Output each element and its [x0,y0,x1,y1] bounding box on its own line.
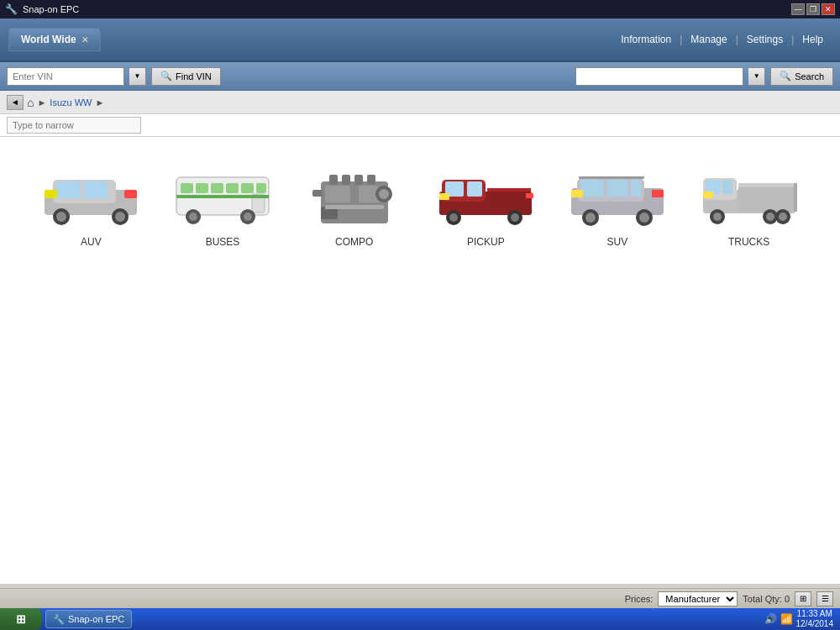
main-content: AUV [0,137,840,584]
vehicle-label-compo: COMPO [335,236,373,248]
back-button[interactable]: ◄ [7,95,24,110]
svg-rect-50 [580,180,604,197]
svg-rect-8 [45,190,57,198]
breadcrumb-isuzu-ww[interactable]: Isuzu WW [50,97,92,108]
window-controls: — ❐ ✕ [791,3,835,15]
windows-icon: ⊞ [16,612,26,626]
svg-point-43 [449,213,458,222]
tray-network-icon: 📶 [780,613,793,625]
clock-time: 11:33 AM [796,609,834,619]
app-icon: 🔧 [5,3,18,15]
app-title: Snap-on EPC [23,4,79,14]
vehicle-image-buses [168,162,277,229]
svg-point-33 [379,189,389,199]
vehicle-image-auv [36,162,145,229]
svg-rect-35 [312,190,323,197]
svg-rect-12 [181,183,193,193]
total-qty: Total Qty: 0 [743,594,790,604]
svg-rect-28 [342,175,350,185]
vehicle-item-auv[interactable]: AUV [32,162,150,248]
nav-information[interactable]: Information [612,34,680,45]
svg-rect-59 [579,176,644,179]
narrow-input[interactable] [7,117,141,134]
svg-rect-25 [325,186,350,202]
status-bar: Prices: Manufacturer Total Qty: 0 ⊞ ☰ [0,588,840,608]
svg-point-72 [779,213,787,221]
svg-rect-73 [703,192,713,198]
vehicle-image-suv [563,162,672,229]
search-dropdown[interactable]: ▼ [748,67,765,86]
view-icon-btn-2[interactable]: ☰ [816,591,833,606]
tab-area: World Wide ✕ [8,28,101,51]
nav-manage[interactable]: Manage [682,34,735,45]
svg-rect-3 [84,181,108,198]
vehicle-image-trucks [695,162,804,229]
vehicle-label-trucks: TRUCKS [728,236,769,248]
svg-point-68 [713,213,722,221]
svg-rect-41 [487,188,531,192]
svg-rect-66 [794,183,797,212]
toolbar: ▼ 🔍 Find VIN ▼ 🔍 Search [0,62,840,91]
nav-links: Information | Manage | Settings | Help [612,34,832,45]
taskbar-app-label: Snap-on EPC [68,614,124,624]
svg-rect-29 [354,175,363,185]
svg-rect-27 [329,175,338,185]
vehicle-label-pickup: PICKUP [467,236,505,248]
svg-point-70 [766,213,774,221]
svg-point-54 [585,213,596,223]
svg-rect-9 [124,190,137,198]
svg-rect-57 [571,190,583,197]
start-button[interactable]: ⊞ [0,608,42,630]
svg-rect-30 [367,175,375,185]
world-wide-tab[interactable]: World Wide ✕ [8,28,101,51]
nav-settings[interactable]: Settings [738,34,791,45]
vehicle-image-pickup [431,162,540,229]
find-vin-label: Find VIN [176,71,212,81]
svg-rect-40 [487,188,531,213]
vin-dropdown[interactable]: ▼ [129,67,146,86]
svg-rect-51 [607,180,628,197]
svg-point-5 [56,212,66,222]
breadcrumb-bar: ◄ ⌂ ► Isuzu WW ► [0,91,840,114]
svg-rect-13 [196,183,208,193]
svg-rect-64 [738,183,795,212]
vehicle-item-trucks[interactable]: TRUCKS [690,162,808,248]
view-icon-btn-1[interactable]: ⊞ [795,591,811,606]
prices-select[interactable]: Manufacturer [658,591,738,606]
svg-point-7 [115,212,125,222]
search-input[interactable] [575,67,743,86]
taskbar-snap-on[interactable]: 🔧 Snap-on EPC [45,610,132,628]
maximize-button[interactable]: ❐ [806,3,820,15]
home-icon[interactable]: ⌂ [27,96,34,109]
vehicle-item-pickup[interactable]: PICKUP [427,162,544,248]
svg-point-56 [639,213,649,223]
vehicle-item-suv[interactable]: SUV [559,162,676,248]
svg-rect-52 [631,180,641,197]
bc-arrow: ► [95,97,104,108]
svg-rect-16 [241,183,254,193]
narrow-bar [0,114,840,137]
search-icon: 🔍 [780,71,791,81]
nav-help[interactable]: Help [794,34,832,45]
vehicle-label-buses: BUSES [206,236,240,248]
vehicle-item-compo[interactable]: COMPO [296,162,413,248]
minimize-button[interactable]: — [791,3,805,15]
svg-rect-39 [467,181,482,197]
vehicle-item-buses[interactable]: BUSES [164,162,281,248]
taskbar-app-icon: 🔧 [53,614,65,625]
vin-input[interactable] [7,67,124,86]
svg-rect-15 [226,183,239,193]
vehicle-image-compo [300,162,409,229]
svg-rect-17 [256,183,266,193]
search-button[interactable]: 🔍 Search [770,67,833,86]
svg-rect-47 [526,193,533,198]
vehicle-label-auv: AUV [81,236,102,248]
close-button[interactable]: ✕ [822,3,835,15]
tab-close-icon[interactable]: ✕ [81,35,88,45]
bc-sep-1: ► [37,97,46,108]
prices-label: Prices: [625,594,654,604]
svg-rect-34 [325,205,384,209]
find-vin-button[interactable]: 🔍 Find VIN [151,67,221,86]
svg-rect-14 [211,183,223,193]
taskbar-tray: 🔊 📶 11:33 AM 12/4/2014 [758,609,841,629]
